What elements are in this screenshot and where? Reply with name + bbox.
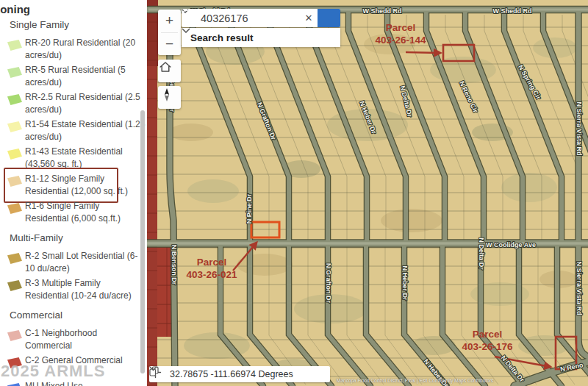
- search-result-label: Search result: [190, 32, 330, 43]
- legend-label: MU Mixed Use: [25, 380, 146, 386]
- legend-item: R1-6 Single Family Residential (6,000 sq…: [7, 200, 147, 225]
- legend-item: RR-20 Rural Residential (20 acres/du): [7, 37, 147, 62]
- search-icon: [182, 9, 193, 20]
- search-result-panel[interactable]: Search result: [182, 28, 340, 47]
- legend-swatch: [7, 253, 22, 264]
- street-label: N Benson Dr: [171, 245, 178, 285]
- chevron-down-icon: [149, 366, 157, 371]
- clear-search-button[interactable]: ✕: [300, 9, 318, 27]
- legend-item: R-2 Small Lot Residential (6-10 du/acre): [7, 250, 147, 275]
- legend-label: R1-6 Single Family Residential (6,000 sq…: [25, 200, 146, 225]
- legend-section-header: Multi-Family: [10, 232, 147, 243]
- legend-item: R-3 Multiple Family Residential (10-24 d…: [7, 277, 147, 302]
- legend-item: R1-43 Estate Residential (43,560 sq. ft.…: [7, 146, 147, 171]
- home-icon: [158, 60, 173, 74]
- legend-item: RR-2.5 Rural Residential (2.5 acres/du): [7, 91, 147, 116]
- legend-label: R1-43 Estate Residential (43,560 sq. ft.…: [25, 146, 146, 171]
- legend-item: MU Mixed Use: [7, 380, 147, 386]
- parcel-annotation-number: 403-26-176: [462, 341, 513, 352]
- legend-swatch: [7, 149, 22, 160]
- zoom-in-button[interactable]: +: [158, 10, 181, 32]
- search-button[interactable]: [318, 9, 340, 27]
- legend-swatch: [7, 94, 22, 105]
- zoning-legend: Single FamilyRR-20 Rural Residential (20…: [0, 19, 147, 386]
- legend-label: RR-20 Rural Residential (20 acres/du): [25, 37, 146, 62]
- compass-button[interactable]: [158, 86, 181, 109]
- street-label: N Sierra Vista Rd: [576, 102, 583, 156]
- legend-item: RR-5 Rural Residential (5 acres/du): [7, 64, 147, 89]
- legend-item: R1-54 Estate Residential (1.25 acres/du): [7, 118, 147, 143]
- compass-north-icon: [158, 86, 176, 104]
- coordinate-bar: 32.78675 -111.66974 Degrees: [149, 366, 330, 382]
- armls-watermark: 2025 ARMLS: [1, 362, 105, 381]
- legend-label: RR-2.5 Rural Residential (2.5 acres/du): [25, 91, 146, 116]
- legend-swatch: [7, 67, 22, 78]
- street-label: N Delta Dr: [478, 237, 485, 270]
- legend-swatch: [7, 330, 22, 341]
- street-label: W Shedd Rd: [363, 7, 402, 15]
- map-attribution: Maricopa Flood Control District, Pinal |…: [337, 378, 493, 383]
- legend-swatch: [7, 40, 22, 51]
- search-input[interactable]: [199, 9, 300, 27]
- parcel-annotation-title: Parcel: [386, 22, 416, 33]
- home-button[interactable]: [158, 60, 181, 82]
- panel-title: Zoning: [0, 3, 30, 15]
- street-label: N Heber Dr: [401, 265, 409, 301]
- parcel-map[interactable]: Parcel403-26-144Parcel403-26-021Parcel40…: [147, 0, 588, 386]
- coordinates-readout: 32.78675 -111.66974 Degrees: [168, 369, 298, 379]
- parcel-annotation-title: Parcel: [473, 329, 503, 340]
- legend-label: R-2 Small Lot Residential (6-10 du/acre): [25, 250, 146, 275]
- legend-section-header: Commercial: [10, 310, 147, 321]
- legend-label: R1-54 Estate Residential (1.25 acres/du): [25, 118, 146, 143]
- sidebar-scrollbar[interactable]: [140, 110, 145, 374]
- chevron-down-icon: [182, 28, 190, 33]
- legend-label: C-1 Neighborhood Commercial: [25, 327, 146, 352]
- legend-swatch: [7, 280, 22, 291]
- legend-item: R1-12 Single Family Residential (12,000 …: [7, 173, 147, 198]
- street-label: N Grafton Dr: [325, 263, 332, 303]
- legend-label: R1-12 Single Family Residential (12,000 …: [25, 173, 146, 198]
- map-canvas[interactable]: Parcel403-26-144Parcel403-26-021Parcel40…: [147, 0, 588, 386]
- search-bar: ✕: [182, 9, 340, 27]
- legend-label: R-3 Multiple Family Residential (10-24 d…: [25, 277, 146, 302]
- legend-swatch: [7, 383, 22, 386]
- annotation-arrow: [406, 52, 440, 53]
- street-label: N Sierra Vista Rd: [576, 262, 583, 315]
- zoom-out-button[interactable]: −: [158, 33, 181, 56]
- street-label: W Shedd Rd: [493, 7, 532, 15]
- street-label: W Coolidge Ave: [486, 241, 536, 249]
- legend-swatch: [7, 176, 22, 187]
- parcel-annotation-number: 403-26-021: [186, 269, 237, 280]
- legend-section-header: Single Family: [10, 19, 147, 30]
- legend-item: C-1 Neighborhood Commercial: [7, 327, 147, 352]
- legend-swatch: [7, 121, 22, 132]
- legend-swatch: [7, 203, 22, 214]
- zoom-control: + −: [158, 10, 181, 55]
- street-label: N Pine Dr: [245, 193, 253, 224]
- parcel-annotation-number: 403-26-144: [375, 35, 426, 46]
- zoning-legend-panel: Zoning Single FamilyRR-20 Rural Resident…: [0, 0, 147, 386]
- legend-label: RR-5 Rural Residential (5 acres/du): [25, 64, 146, 89]
- parcel-annotation-title: Parcel: [197, 257, 227, 268]
